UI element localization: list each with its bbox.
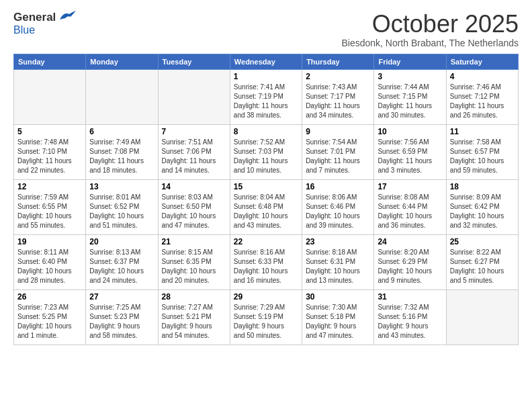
day-info-line-3-4-0: Sunrise: 8:18 AM	[306, 248, 370, 257]
day-info-line-4-4-1: Sunset: 5:18 PM	[306, 312, 370, 322]
title-area: October 2025 Biesdonk, North Brabant, Th…	[341, 11, 519, 48]
week-row-1: 5Sunrise: 7:48 AMSunset: 7:10 PMDaylight…	[14, 124, 519, 179]
day-info-line-3-5-1: Sunset: 6:29 PM	[378, 257, 442, 267]
calendar-cell-4-0: 26Sunrise: 7:23 AMSunset: 5:25 PMDayligh…	[14, 289, 86, 345]
day-info-line-4-5-3: and 43 minutes.	[378, 331, 442, 340]
day-info-line-3-1-2: Daylight: 10 hours	[89, 267, 154, 276]
logo-text-general: General	[13, 11, 56, 24]
day-info-line-1-1-2: Daylight: 11 hours	[89, 156, 154, 166]
calendar-header-row: Sunday Monday Tuesday Wednesday Thursday…	[14, 54, 519, 69]
day-info-line-2-1-1: Sunset: 6:52 PM	[89, 202, 154, 212]
day-info-line-4-3-3: and 50 minutes.	[234, 331, 298, 340]
calendar-cell-1-2: 7Sunrise: 7:51 AMSunset: 7:06 PMDaylight…	[158, 124, 230, 179]
day-number-0-5: 3	[378, 72, 442, 81]
day-number-4-1: 27	[89, 292, 154, 302]
day-number-0-3: 1	[234, 72, 298, 81]
calendar-cell-3-2: 21Sunrise: 8:15 AMSunset: 6:35 PMDayligh…	[158, 234, 230, 289]
day-info-line-4-2-0: Sunrise: 7:27 AM	[162, 303, 226, 312]
day-info-line-4-0-3: and 1 minute.	[17, 331, 82, 340]
calendar-cell-1-6: 11Sunrise: 7:58 AMSunset: 6:57 PMDayligh…	[446, 124, 518, 179]
col-wednesday: Wednesday	[230, 54, 302, 69]
col-monday: Monday	[86, 54, 158, 69]
day-info-line-2-3-0: Sunrise: 8:04 AM	[234, 193, 298, 202]
day-number-3-2: 21	[162, 237, 226, 246]
day-info-line-4-4-2: Daylight: 9 hours	[306, 322, 370, 331]
day-info-line-3-0-0: Sunrise: 8:11 AM	[17, 248, 82, 257]
day-number-1-1: 6	[89, 127, 154, 136]
day-info-line-4-0-0: Sunrise: 7:23 AM	[17, 303, 82, 312]
day-info-line-4-1-1: Sunset: 5:23 PM	[89, 312, 154, 322]
day-info-line-3-3-0: Sunrise: 8:16 AM	[234, 248, 298, 257]
day-info-line-2-6-1: Sunset: 6:42 PM	[450, 202, 515, 212]
day-info-line-1-3-2: Daylight: 11 hours	[234, 156, 298, 166]
day-info-line-1-0-3: and 22 minutes.	[17, 166, 82, 175]
day-info-line-2-4-2: Daylight: 10 hours	[306, 212, 370, 221]
day-info-line-3-3-3: and 16 minutes.	[234, 276, 298, 285]
day-info-line-1-6-3: and 59 minutes.	[450, 166, 515, 175]
day-number-2-0: 12	[17, 182, 82, 191]
day-info-line-4-0-1: Sunset: 5:25 PM	[17, 312, 82, 322]
day-info-line-2-1-0: Sunrise: 8:01 AM	[89, 193, 154, 202]
day-info-line-2-1-2: Daylight: 10 hours	[89, 212, 154, 221]
calendar-cell-4-4: 30Sunrise: 7:30 AMSunset: 5:18 PMDayligh…	[302, 289, 374, 345]
day-info-line-2-5-1: Sunset: 6:44 PM	[378, 202, 442, 212]
day-info-line-1-1-3: and 18 minutes.	[89, 166, 154, 175]
calendar-cell-1-0: 5Sunrise: 7:48 AMSunset: 7:10 PMDaylight…	[14, 124, 86, 179]
day-info-line-3-6-0: Sunrise: 8:22 AM	[450, 248, 515, 257]
day-info-line-1-4-3: and 7 minutes.	[306, 166, 370, 175]
calendar-cell-0-2	[158, 69, 230, 124]
day-info-line-3-0-2: Daylight: 10 hours	[17, 267, 82, 276]
day-info-line-3-3-1: Sunset: 6:33 PM	[234, 257, 298, 267]
day-info-line-4-0-2: Daylight: 10 hours	[17, 322, 82, 331]
day-info-line-1-4-2: Daylight: 11 hours	[306, 156, 370, 166]
day-info-line-0-3-2: Daylight: 11 hours	[234, 101, 298, 111]
logo: General Blue	[13, 11, 76, 36]
day-info-line-3-1-3: and 24 minutes.	[89, 276, 154, 285]
week-row-3: 19Sunrise: 8:11 AMSunset: 6:40 PMDayligh…	[14, 234, 519, 289]
calendar-cell-3-1: 20Sunrise: 8:13 AMSunset: 6:37 PMDayligh…	[86, 234, 158, 289]
calendar-cell-1-4: 9Sunrise: 7:54 AMSunset: 7:01 PMDaylight…	[302, 124, 374, 179]
day-info-line-1-1-1: Sunset: 7:08 PM	[89, 147, 154, 156]
day-info-line-2-0-2: Daylight: 10 hours	[17, 212, 82, 221]
day-info-line-4-2-3: and 54 minutes.	[162, 331, 226, 340]
day-info-line-4-1-3: and 58 minutes.	[89, 331, 154, 340]
day-info-line-0-3-3: and 38 minutes.	[234, 111, 298, 120]
day-info-line-1-3-0: Sunrise: 7:52 AM	[234, 138, 298, 147]
calendar-cell-3-3: 22Sunrise: 8:16 AMSunset: 6:33 PMDayligh…	[230, 234, 302, 289]
day-info-line-0-3-0: Sunrise: 7:41 AM	[234, 83, 298, 92]
day-number-3-5: 24	[378, 237, 442, 246]
day-number-1-6: 11	[450, 127, 515, 136]
day-info-line-0-6-0: Sunrise: 7:46 AM	[450, 83, 515, 92]
day-info-line-1-5-3: and 3 minutes.	[378, 166, 442, 175]
day-number-1-3: 8	[234, 127, 298, 136]
location: Biesdonk, North Brabant, The Netherlands	[341, 38, 519, 48]
day-info-line-1-1-0: Sunrise: 7:49 AM	[89, 138, 154, 147]
day-info-line-1-5-1: Sunset: 6:59 PM	[378, 147, 442, 156]
day-number-2-5: 17	[378, 182, 442, 191]
day-info-line-2-6-2: Daylight: 10 hours	[450, 212, 515, 221]
day-info-line-0-5-0: Sunrise: 7:44 AM	[378, 83, 442, 92]
col-saturday: Saturday	[446, 54, 518, 69]
day-info-line-3-2-0: Sunrise: 8:15 AM	[162, 248, 226, 257]
calendar-cell-0-4: 2Sunrise: 7:43 AMSunset: 7:17 PMDaylight…	[302, 69, 374, 124]
day-info-line-4-5-1: Sunset: 5:16 PM	[378, 312, 442, 322]
day-info-line-3-2-1: Sunset: 6:35 PM	[162, 257, 226, 267]
calendar-cell-1-5: 10Sunrise: 7:56 AMSunset: 6:59 PMDayligh…	[374, 124, 446, 179]
day-info-line-4-3-1: Sunset: 5:19 PM	[234, 312, 298, 322]
day-info-line-4-2-2: Daylight: 9 hours	[162, 322, 226, 331]
calendar-cell-4-3: 29Sunrise: 7:29 AMSunset: 5:19 PMDayligh…	[230, 289, 302, 345]
day-info-line-3-3-2: Daylight: 10 hours	[234, 267, 298, 276]
day-number-0-6: 4	[450, 72, 515, 81]
logo-text-blue: Blue	[13, 24, 35, 36]
day-info-line-3-0-1: Sunset: 6:40 PM	[17, 257, 82, 267]
day-info-line-2-6-3: and 32 minutes.	[450, 221, 515, 230]
day-number-3-0: 19	[17, 237, 82, 246]
day-number-2-6: 18	[450, 182, 515, 191]
day-number-2-3: 15	[234, 182, 298, 191]
day-number-3-3: 22	[234, 237, 298, 246]
day-info-line-2-6-0: Sunrise: 8:09 AM	[450, 193, 515, 202]
day-number-4-4: 30	[306, 292, 370, 302]
calendar-cell-2-0: 12Sunrise: 7:59 AMSunset: 6:55 PMDayligh…	[14, 179, 86, 234]
day-info-line-1-4-0: Sunrise: 7:54 AM	[306, 138, 370, 147]
calendar-cell-2-1: 13Sunrise: 8:01 AMSunset: 6:52 PMDayligh…	[86, 179, 158, 234]
